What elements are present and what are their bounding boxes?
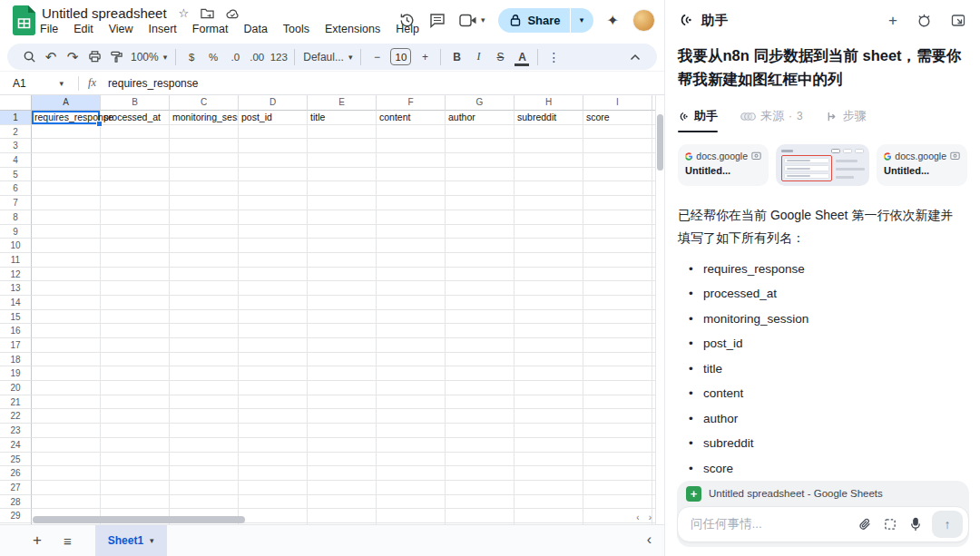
cell-B22[interactable] [101,409,170,424]
screenshot-select-icon[interactable] [884,518,897,531]
text-color-button[interactable]: A [511,46,533,68]
cell-F5[interactable] [377,168,446,182]
cell-G2[interactable] [446,125,514,140]
horizontal-scrollbar-thumb[interactable] [33,516,245,523]
decrease-decimal-button[interactable]: .0 [224,46,246,68]
cell-E7[interactable] [308,196,377,210]
cell-H14[interactable] [514,296,583,310]
row-header-17[interactable]: 17 [0,338,32,353]
menu-item-insert[interactable]: Insert [149,23,177,35]
gemini-icon[interactable]: ✦ [607,12,619,29]
column-header-G[interactable]: G [446,95,514,111]
cell-G5[interactable] [446,168,514,182]
cell-C4[interactable] [170,153,239,168]
cell-I25[interactable] [583,453,652,467]
cell-G27[interactable] [446,481,514,495]
cell-I5[interactable] [583,168,652,182]
cell-H4[interactable] [514,153,583,168]
agent-icon[interactable] [916,13,932,28]
cell-I20[interactable] [583,381,652,395]
cell-D20[interactable] [239,381,308,395]
cell-G23[interactable] [446,424,514,438]
cell-H19[interactable] [514,366,583,381]
cell-F25[interactable] [377,453,446,467]
row-header-20[interactable]: 20 [0,381,32,395]
row-header-29[interactable]: 29 [0,509,32,523]
cell-E13[interactable] [308,281,377,296]
cell-I15[interactable] [583,310,652,325]
cell-A18[interactable] [32,353,101,367]
cell-C7[interactable] [170,196,239,210]
cell-I23[interactable] [583,424,652,438]
cell-F14[interactable] [377,296,446,310]
cell-I16[interactable] [583,324,652,338]
cell-A13[interactable] [32,281,101,296]
cell-F18[interactable] [377,353,446,367]
row-header-21[interactable]: 21 [0,395,32,410]
cell-I26[interactable] [583,466,652,481]
cell-A20[interactable] [32,381,101,395]
cell-C5[interactable] [170,168,239,182]
cell-H11[interactable] [514,253,583,268]
cell-D19[interactable] [239,366,308,381]
cell-E18[interactable] [308,353,377,367]
cell-A28[interactable] [32,495,101,510]
cell-H26[interactable] [514,466,583,481]
cell-E8[interactable] [308,210,377,225]
cell-A8[interactable] [32,210,101,225]
caret-down-icon[interactable]: ▾ [481,15,485,24]
cell-H10[interactable] [514,239,583,253]
cell-H29[interactable] [514,509,583,523]
cell-F16[interactable] [377,324,446,338]
cell-E14[interactable] [308,296,377,310]
cell-C8[interactable] [170,210,239,225]
cell-C3[interactable] [170,139,239,153]
cell-F27[interactable] [377,481,446,495]
source-card[interactable]: docs.google Untitled... [877,144,967,186]
cell-G8[interactable] [446,210,514,225]
cell-D5[interactable] [239,168,308,182]
cell-F9[interactable] [377,225,446,239]
cell-E23[interactable] [308,424,377,438]
menu-item-file[interactable]: File [40,23,58,35]
bold-button[interactable]: B [446,46,467,68]
row-header-6[interactable]: 6 [0,181,32,196]
cell-F4[interactable] [377,153,446,168]
cell-E5[interactable] [308,168,377,182]
cell-I17[interactable] [583,338,652,353]
cell-I9[interactable] [583,225,652,239]
cell-F15[interactable] [377,310,446,325]
cell-B5[interactable] [101,168,170,182]
cell-A7[interactable] [32,196,101,210]
zoom-selector[interactable]: 100% ▾ [127,51,171,63]
cell-G26[interactable] [446,466,514,481]
cell-D16[interactable] [239,324,308,338]
cell-D6[interactable] [239,181,308,196]
cell-H6[interactable] [514,181,583,196]
cell-G4[interactable] [446,153,514,168]
cell-C9[interactable] [170,225,239,239]
cell-F3[interactable] [377,139,446,153]
row-header-28[interactable]: 28 [0,495,32,510]
cell-I8[interactable] [583,210,652,225]
cell-C24[interactable] [170,438,239,453]
sheets-logo-icon[interactable] [13,5,35,35]
cell-H7[interactable] [514,196,583,210]
tab-assistant[interactable]: 助手 [678,108,718,132]
cell-D12[interactable] [239,268,308,282]
row-header-15[interactable]: 15 [0,310,32,325]
column-header-A[interactable]: A [32,95,101,111]
cell-F2[interactable] [377,125,446,140]
cell-E6[interactable] [308,181,377,196]
cell-B16[interactable] [101,324,170,338]
name-box[interactable]: A1 ▾ [0,77,64,90]
font-size-input[interactable]: 10 [390,48,411,65]
cell-E10[interactable] [308,239,377,253]
cell-E11[interactable] [308,253,377,268]
cell-D4[interactable] [239,153,308,168]
cell-C13[interactable] [170,281,239,296]
row-header-1[interactable]: 1 [0,111,32,125]
cell-B28[interactable] [101,495,170,510]
cell-E12[interactable] [308,268,377,282]
cell-H2[interactable] [514,125,583,140]
